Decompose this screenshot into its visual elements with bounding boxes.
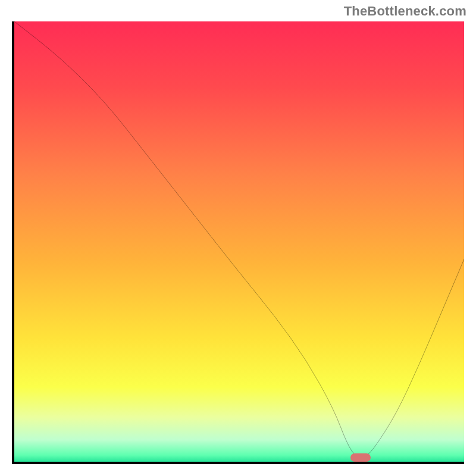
bottleneck-curve: [14, 21, 464, 462]
watermark-text: TheBottleneck.com: [344, 4, 466, 19]
plot-area: [14, 21, 464, 462]
optimal-marker: [350, 453, 371, 462]
plot-frame: [12, 21, 464, 464]
chart-container: TheBottleneck.com: [0, 0, 476, 476]
